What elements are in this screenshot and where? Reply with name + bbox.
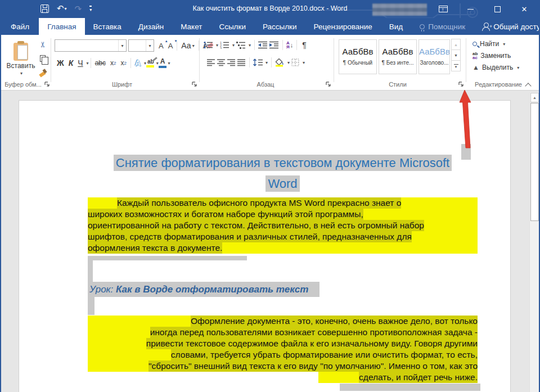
heading-line-1[interactable]: Снятие форматирования в текстовом докуме…	[114, 155, 452, 171]
customize-qat-icon[interactable]: ▾	[89, 6, 92, 12]
sort-arrow-icon: ↓	[290, 43, 294, 47]
brush-icon	[39, 69, 47, 76]
align-center-button[interactable]	[217, 59, 226, 66]
numbered-list-button[interactable]: 123	[220, 41, 230, 49]
find-caret-icon[interactable]: ▾	[503, 42, 505, 47]
align-right-button[interactable]	[227, 59, 236, 66]
underline-button[interactable]: Ч	[75, 58, 85, 67]
underline-caret-icon[interactable]: ▾	[87, 61, 89, 66]
tab-insert[interactable]: Вставка	[85, 18, 130, 35]
text-line[interactable]: привести текстовое содержимое файла к ег…	[88, 338, 478, 349]
grow-font-button[interactable]: А	[156, 42, 166, 50]
styles-more-icon[interactable]: ▾	[451, 60, 461, 71]
align-left-button[interactable]	[207, 59, 215, 66]
superscript-button[interactable]: x2	[118, 59, 128, 67]
copy-button[interactable]	[37, 53, 48, 64]
styles-scroll-up-icon[interactable]: ▲	[451, 39, 461, 50]
quick-access-toolbar: ↶▾ ↷ ▾	[40, 2, 92, 15]
share-button[interactable]: +Общий доступ	[474, 18, 540, 35]
tab-review[interactable]: Рецензирование	[305, 18, 381, 35]
multilevel-list-button[interactable]	[236, 41, 246, 49]
undo-caret-icon[interactable]: ▾	[65, 6, 67, 11]
format-painter-button[interactable]	[37, 67, 48, 78]
text-line[interactable]: шрифтов, средств форматирования и различ…	[88, 231, 478, 242]
lightbulb-icon	[420, 24, 425, 29]
font-color-caret-icon[interactable]: ▾	[168, 61, 170, 66]
vertical-scrollbar[interactable]: ▲	[529, 92, 539, 392]
maximize-button[interactable]	[486, 1, 508, 17]
styles-dialog-launcher[interactable]	[458, 81, 465, 88]
document-heading[interactable]: Снятие форматирования в текстовом докуме…	[88, 152, 478, 194]
text-line[interactable]: словами, требуется убрать форматирование…	[88, 349, 478, 361]
justify-button[interactable]	[237, 59, 246, 66]
paragraph-row-2: ▾ ▾ ▾	[207, 57, 305, 67]
italic-button[interactable]: К	[66, 58, 76, 67]
paragraph-2[interactable]: Оформление документа - это, конечно, оче…	[88, 316, 478, 383]
subscript-button[interactable]: x2	[108, 59, 118, 67]
clipboard-dialog-launcher[interactable]	[44, 81, 51, 88]
bold-button[interactable]: Ж	[55, 58, 66, 67]
increase-indent-button[interactable]	[269, 41, 279, 49]
font-color-button[interactable]: А	[159, 57, 167, 69]
shrink-font-button[interactable]: А	[166, 42, 176, 50]
heading-line-2[interactable]: Word	[266, 175, 299, 192]
text-highlight-button[interactable]: ab	[146, 58, 155, 68]
font-size-caret-icon[interactable]: ▾	[146, 40, 154, 51]
tab-mailings[interactable]: Рассылки	[254, 18, 305, 35]
close-button[interactable]: ✕	[513, 1, 536, 17]
scroll-up-icon[interactable]: ▲	[530, 93, 539, 102]
change-case-button[interactable]: Аа▾	[179, 41, 196, 50]
lesson-line[interactable]: Урок: Как в Ворде отформатировать текст	[88, 282, 320, 297]
save-icon[interactable]	[40, 4, 49, 13]
document-page[interactable]: Снятие форматирования в текстовом докуме…	[19, 100, 511, 392]
show-marks-button[interactable]: ¶	[300, 40, 308, 49]
cut-button[interactable]: ✂	[37, 39, 48, 49]
tab-references[interactable]: Ссылки	[210, 18, 254, 35]
replace-button[interactable]: abacЗаменить	[472, 52, 519, 60]
decrease-indent-button[interactable]	[258, 41, 268, 49]
lesson-link[interactable]: Как в Ворде отформатировать текст	[116, 284, 308, 295]
tab-view[interactable]: Вид	[381, 18, 411, 35]
paragraph-dialog-launcher[interactable]	[325, 81, 332, 88]
paste-caret-icon[interactable]: ▾	[20, 71, 22, 76]
text-line[interactable]: ориентированной на работу с текстом. Дей…	[88, 220, 478, 231]
text-line[interactable]: оформления текста в документе.	[88, 242, 478, 254]
select-caret-icon[interactable]: ▾	[517, 65, 519, 70]
text-line[interactable]: сделать, и пойдет речь ниже.	[88, 372, 478, 383]
text-line[interactable]: Каждый пользователь офисного продукта MS…	[88, 197, 478, 209]
style-no-spacing[interactable]: АаБбВв ¶ Без инте...	[379, 39, 417, 74]
sort-button[interactable]: АЯ ↓	[286, 41, 293, 49]
tab-layout[interactable]: Макет	[172, 18, 210, 35]
text-line[interactable]: иногда перед пользователями возникает со…	[88, 327, 478, 338]
text-line[interactable]: Оформление документа - это, конечно, оче…	[88, 316, 478, 327]
font-dialog-launcher[interactable]	[191, 81, 198, 88]
line-spacing-button[interactable]	[253, 58, 263, 66]
select-button[interactable]: ▲Выделить▾	[472, 64, 519, 71]
find-button[interactable]: Найти▾	[472, 40, 519, 48]
tab-tell-me[interactable]: Помощник	[411, 18, 474, 35]
font-name-combobox[interactable]: ▾	[55, 39, 127, 52]
paste-button[interactable]: Вставить ▾	[6, 38, 36, 80]
paragraph-1[interactable]: Каждый пользователь офисного продукта MS…	[88, 197, 478, 254]
borders-button[interactable]	[291, 58, 300, 66]
minimize-button[interactable]	[459, 1, 482, 17]
separator	[91, 58, 91, 68]
styles-scroll-down-icon[interactable]: ▼	[451, 49, 461, 61]
style-normal[interactable]: АаБбВв ¶ Обычный	[339, 39, 377, 74]
text-line[interactable]: широких возможностях и богатом наборе фу…	[88, 209, 478, 220]
undo-button[interactable]: ↶▾	[57, 2, 67, 15]
text-effects-button[interactable]: А	[133, 58, 143, 67]
ribbon-display-options-button[interactable]	[432, 1, 454, 17]
font-name-caret-icon[interactable]: ▾	[118, 40, 126, 51]
tab-design[interactable]: Дизайн	[130, 18, 172, 35]
shading-button[interactable]	[275, 58, 285, 67]
text-line[interactable]: "сбросить" внешний вид текста к его виду…	[88, 361, 478, 372]
scrollbar-thumb[interactable]	[530, 103, 539, 221]
tab-home[interactable]: Главная	[39, 18, 84, 35]
tab-file[interactable]: Файл	[1, 18, 39, 35]
strikethrough-button[interactable]: abc	[93, 59, 108, 67]
bullet-list-button[interactable]	[204, 41, 213, 49]
collapse-ribbon-icon[interactable]	[526, 83, 531, 86]
style-heading-1[interactable]: АаБбВв Заголово...	[418, 39, 450, 74]
font-size-combobox[interactable]: ▾	[128, 39, 154, 52]
